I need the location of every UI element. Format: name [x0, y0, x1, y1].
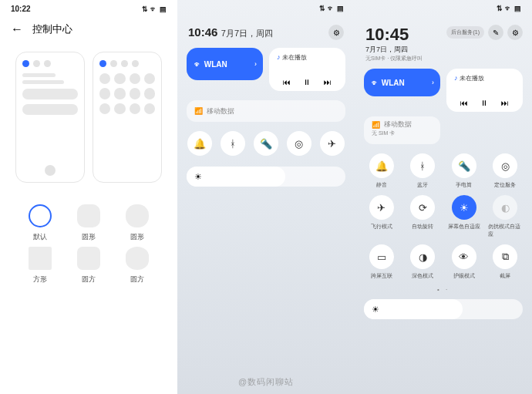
- toggle-location[interactable]: ◎: [285, 131, 312, 156]
- pause-icon[interactable]: ⏸: [480, 99, 488, 107]
- shape-preview: [126, 247, 149, 270]
- shape-preview: [77, 204, 100, 227]
- mobile-data-tile[interactable]: 📶 移动数据: [187, 100, 345, 122]
- sim-status: 无SIM卡 · 仅限紧急呼叫: [365, 55, 423, 62]
- shape-label: 圆方: [82, 274, 96, 285]
- eye-icon: 👁: [452, 244, 476, 269]
- preview-layout-b[interactable]: [93, 52, 162, 183]
- back-icon[interactable]: ←: [11, 22, 23, 36]
- signal-icon: 📶: [194, 107, 203, 115]
- toggle-cast[interactable]: ▭跨屏互联: [364, 244, 399, 280]
- data-sub: 无 SIM 卡: [372, 130, 395, 137]
- wifi-icon: ᯤ: [194, 60, 202, 69]
- shape-label: 方形: [33, 274, 47, 285]
- cc-header: 后台服务(1) ✎ ⚙ 10:45 7月7日，周四 无SIM卡 · 仅限紧急呼叫: [355, 17, 532, 64]
- header: ← 控制中心: [0, 18, 177, 44]
- airplane-icon: ✈: [369, 195, 394, 220]
- shape-option[interactable]: 圆形: [64, 204, 113, 242]
- toggle-label: 跨屏互联: [371, 272, 392, 280]
- toggle-eye[interactable]: 👁护眼模式: [446, 244, 482, 280]
- shape-option[interactable]: 圆方: [64, 247, 113, 285]
- watermark: @数码闲聊站: [238, 376, 294, 388]
- media-tile[interactable]: ♪ 未在播放 ⏮ ⏸ ⏭: [446, 69, 523, 112]
- location-icon: ◎: [493, 153, 517, 178]
- shape-preview: [126, 204, 149, 227]
- status-bar: ⇅ᯤ▤: [355, 0, 532, 17]
- music-icon: ♪: [277, 53, 281, 61]
- cc-header: 10:46 7月7日，周四 ⚙: [177, 17, 355, 43]
- shape-option[interactable]: 方形: [15, 247, 64, 285]
- wlan-tile[interactable]: ᯤ WLAN ›: [364, 69, 440, 96]
- toggle-bluetooth[interactable]: ᚼ蓝牙: [406, 153, 441, 189]
- flashlight-icon: 🔦: [254, 131, 278, 156]
- shape-label: 圆形: [82, 232, 96, 242]
- status-icons: ⇅ᯤ▤: [319, 5, 344, 12]
- prev-icon[interactable]: ⏮: [460, 99, 468, 107]
- pause-icon[interactable]: ⏸: [303, 78, 311, 86]
- bluetooth-icon: ᚼ: [221, 131, 245, 156]
- cast-icon: ▭: [369, 244, 394, 269]
- prev-icon[interactable]: ⏮: [283, 78, 291, 86]
- dnd-icon: ◐: [493, 195, 517, 220]
- clock: 10:45: [365, 25, 409, 45]
- media-tile[interactable]: ♪ 未在播放 ⏮ ⏸ ⏭: [269, 48, 345, 91]
- settings-icon[interactable]: ⚙: [328, 25, 344, 40]
- signal-icon: 📶: [372, 121, 380, 129]
- screenshot-icon: ⧉: [493, 244, 517, 269]
- toggle-sun[interactable]: ☀屏幕色自适应: [446, 195, 482, 238]
- shape-label: 默认: [33, 232, 47, 242]
- panel-style-settings: 10:22 ⇅ᯤ▤ ← 控制中心 默认圆形圆形方形圆方圆方: [0, 0, 177, 394]
- toggle-label: 截屏: [500, 272, 510, 280]
- shape-preview: [29, 204, 52, 227]
- toggle-grid: 🔔ᚼ🔦◎✈: [177, 126, 355, 160]
- toggle-screenshot[interactable]: ⧉截屏: [488, 244, 524, 280]
- shape-option[interactable]: 默认: [15, 204, 64, 242]
- brightness-slider[interactable]: ☀: [187, 167, 345, 187]
- music-icon: ♪: [454, 74, 458, 82]
- shape-label: 圆方: [130, 274, 144, 285]
- toggle-location[interactable]: ◎定位服务: [488, 153, 524, 189]
- shape-option[interactable]: 圆方: [113, 247, 162, 285]
- next-icon[interactable]: ⏭: [501, 99, 509, 107]
- page-title: 控制中心: [32, 22, 72, 36]
- toggle-flashlight[interactable]: 🔦: [253, 131, 280, 156]
- status-icons: ⇅ᯤ▤: [142, 5, 167, 13]
- toggle-label: 手电筒: [456, 181, 472, 189]
- toggle-bluetooth[interactable]: ᚼ: [220, 131, 247, 156]
- toggle-grid: 🔔静音ᚼ蓝牙🔦手电筒◎定位服务✈飞行模式⟳自动旋转☀屏幕色自适应◐勿扰模式自适应…: [355, 149, 532, 285]
- bluetooth-icon: ᚼ: [410, 153, 435, 178]
- toggle-rotate[interactable]: ⟳自动旋转: [406, 195, 441, 238]
- dark-icon: ◑: [410, 244, 435, 269]
- bg-services-chip[interactable]: 后台服务(1): [446, 26, 484, 39]
- shape-label: 圆形: [130, 232, 144, 242]
- panel-control-center-compact: ⇅ᯤ▤ 10:46 7月7日，周四 ⚙ ᯤ WLAN › ♪ 未在播放 ⏮ ⏸ …: [177, 0, 355, 394]
- pager-dots: • ·: [355, 286, 532, 293]
- toggle-label: 定位服务: [494, 181, 516, 189]
- toggle-airplane[interactable]: ✈: [318, 131, 345, 156]
- wlan-tile[interactable]: ᯤ WLAN ›: [187, 48, 263, 80]
- airplane-icon: ✈: [320, 131, 345, 156]
- toggle-dark[interactable]: ◑深色模式: [406, 244, 441, 280]
- clock: 10:22: [11, 5, 31, 13]
- brightness-icon: ☀: [194, 172, 202, 182]
- shape-preview: [29, 247, 52, 270]
- shape-option[interactable]: 圆形: [113, 204, 162, 242]
- edit-icon[interactable]: ✎: [488, 25, 503, 40]
- chevron-right-icon: ›: [254, 60, 257, 68]
- rotate-icon: ⟳: [410, 195, 435, 220]
- toggle-bell[interactable]: 🔔: [187, 131, 214, 156]
- panel-control-center-full: ⇅ᯤ▤ 后台服务(1) ✎ ⚙ 10:45 7月7日，周四 无SIM卡 · 仅限…: [355, 0, 532, 394]
- wlan-label: WLAN: [204, 60, 227, 69]
- toggle-bell[interactable]: 🔔静音: [364, 153, 399, 189]
- toggle-flashlight[interactable]: 🔦手电筒: [446, 153, 482, 189]
- toggle-label: 勿扰模式自适应: [488, 223, 524, 238]
- toggle-dnd[interactable]: ◐勿扰模式自适应: [488, 195, 524, 238]
- wlan-label: WLAN: [382, 79, 405, 87]
- toggle-airplane[interactable]: ✈飞行模式: [364, 195, 399, 238]
- brightness-slider[interactable]: ☀: [364, 299, 523, 319]
- settings-icon[interactable]: ⚙: [507, 25, 523, 40]
- location-icon: ◎: [287, 131, 311, 156]
- next-icon[interactable]: ⏭: [324, 78, 332, 86]
- preview-layout-a[interactable]: [15, 52, 85, 183]
- mobile-data-tile[interactable]: 📶移动数据 无 SIM 卡: [364, 116, 440, 144]
